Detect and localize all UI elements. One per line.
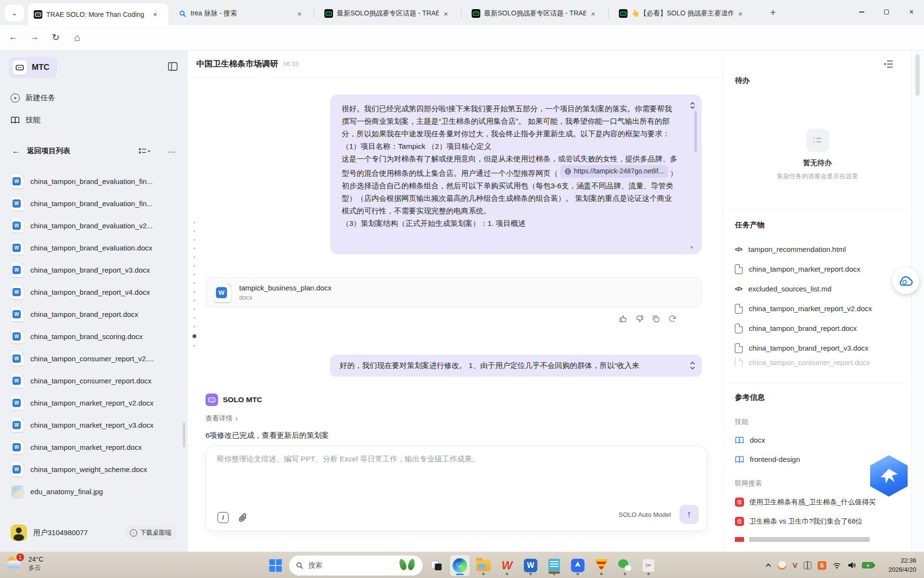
- forward-icon[interactable]: →: [30, 32, 39, 42]
- user-message-collapsed[interactable]: 好的，我们现在要对策划案进行修改。 1、由于用户定位几乎不会回购的群体，所以“收…: [330, 355, 702, 377]
- web-result-item[interactable]: 值 使用卫生棉条有感_卫生棉条_什么值得买: [735, 498, 905, 507]
- more-options-icon[interactable]: ⋯: [167, 147, 176, 157]
- file-item[interactable]: Wchina_tampon_brand_report_v4.docx: [0, 281, 188, 303]
- refresh-icon[interactable]: ↻: [52, 32, 60, 43]
- browser-tab-5[interactable]: 👆【必看】SOLO 挑战赛主赛道作 ×: [613, 4, 759, 23]
- volume-icon[interactable]: [847, 562, 856, 569]
- taskbar-wechat-button[interactable]: [615, 555, 635, 576]
- collapse-message-icon[interactable]: [689, 101, 696, 110]
- file-item[interactable]: Wchina_tampon_brand_report.docx: [0, 303, 188, 325]
- list-view-icon[interactable]: [139, 147, 151, 156]
- sidebar-item-skills[interactable]: 技能: [11, 115, 40, 125]
- tray-pet-icon[interactable]: [778, 561, 786, 570]
- sidebar-scrollbar[interactable]: [183, 422, 185, 447]
- back-icon[interactable]: ←: [9, 32, 18, 42]
- home-icon[interactable]: ⌂: [74, 32, 80, 43]
- taskbar-striped-app-button[interactable]: [591, 555, 612, 576]
- tab-close-icon[interactable]: ×: [589, 10, 597, 18]
- send-button[interactable]: ↑: [680, 505, 699, 524]
- web-result-item-clipped[interactable]: [735, 537, 905, 542]
- artifact-item[interactable]: china_tampon_market_report.docx: [735, 259, 903, 279]
- start-button[interactable]: [266, 555, 286, 576]
- sidebar-collapse-icon[interactable]: [167, 61, 180, 73]
- tab-close-icon[interactable]: ×: [295, 10, 304, 18]
- taskbar-snip-button[interactable]: ✂: [639, 555, 659, 576]
- browser-tab-3[interactable]: 最新SOLO挑战赛专区话题 - TRAE ×: [319, 4, 459, 23]
- taskbar-weather-widget[interactable]: 1 24°C 多云: [7, 554, 43, 573]
- taskbar-wps-button[interactable]: W: [497, 555, 517, 576]
- artifact-item[interactable]: china_tampon_consumer_report.docx: [735, 358, 903, 367]
- file-item[interactable]: Wchina_tampon_brand_report_v3.docx: [0, 259, 188, 281]
- file-item[interactable]: Wchina_tampon_market_report_v2.docx: [0, 392, 188, 414]
- file-item[interactable]: Wchina_tampon_consumer_report_v2....: [0, 347, 188, 369]
- model-selector[interactable]: SOLO Auto Model: [618, 511, 671, 518]
- page-scrollbar[interactable]: [911, 51, 924, 552]
- tray-grid-app-icon[interactable]: [804, 562, 811, 569]
- taskbar-clock[interactable]: 22:36 2026/4/20: [888, 556, 916, 575]
- tab-close-icon[interactable]: ×: [736, 10, 744, 18]
- view-details-link[interactable]: 查看详情 ›: [205, 414, 238, 423]
- file-item[interactable]: Wchina_tampon_brand_evaluation.docx: [0, 236, 188, 259]
- tab-close-icon[interactable]: ×: [151, 10, 159, 18]
- attachment-card[interactable]: W tampick_business_plan.docx docx: [205, 277, 702, 308]
- file-item[interactable]: Wchina_tampon_brand_evaluation_fin...: [0, 170, 188, 192]
- taskbar-notes-button[interactable]: [544, 555, 565, 576]
- tab-search-button[interactable]: ⌄: [5, 5, 24, 21]
- taskbar-explorer-button[interactable]: [474, 555, 494, 576]
- window-minimize-button[interactable]: [849, 0, 874, 24]
- wifi-icon[interactable]: [833, 562, 841, 569]
- tray-v-app-icon[interactable]: V: [793, 561, 797, 569]
- book-icon: [11, 116, 20, 124]
- artifact-item[interactable]: </>tampon_recommendation.html: [735, 239, 903, 259]
- thumbs-up-icon[interactable]: [619, 315, 628, 323]
- chat-input[interactable]: [217, 454, 688, 498]
- user-account-row[interactable]: 用户3104980077 ↓ 下载桌面端: [0, 519, 188, 546]
- copy-icon[interactable]: [652, 315, 660, 323]
- browser-tab-2[interactable]: trea 脉脉 - 搜索 ×: [172, 4, 313, 23]
- window-close-button[interactable]: ×: [899, 0, 924, 24]
- task-view-button[interactable]: [426, 555, 447, 576]
- attach-paperclip-icon[interactable]: [238, 512, 248, 523]
- bubble-scrollbar[interactable]: [694, 111, 697, 152]
- thumbs-down-icon[interactable]: [635, 315, 644, 323]
- artifact-item[interactable]: </>excluded_sources_list.md: [735, 279, 903, 299]
- browser-tab-4[interactable]: 最新SOLO挑战赛专区话题 - TRAE ×: [466, 4, 606, 23]
- battery-charging-icon[interactable]: [862, 562, 873, 568]
- artifact-item[interactable]: china_tampon_market_report_v2.docx: [735, 299, 903, 318]
- browser-tab-1[interactable]: TRAE SOLO: More Than Coding ×: [28, 3, 168, 25]
- skill-item[interactable]: docx: [735, 436, 765, 444]
- file-item[interactable]: Wchina_tampon_consumer_report.docx: [0, 369, 188, 392]
- message-timeline[interactable]: [192, 222, 197, 347]
- file-item[interactable]: Wchina_tampon_brand_evaluation_fin...: [0, 192, 188, 214]
- new-tab-button[interactable]: +: [770, 7, 776, 18]
- file-item[interactable]: Wchina_tampon_market_report.docx: [0, 436, 188, 458]
- taskbar-edge-button[interactable]: [450, 555, 470, 576]
- artifact-item[interactable]: china_tampon_brand_report_v3.docx: [735, 338, 903, 358]
- tray-s-app-icon[interactable]: S: [818, 561, 826, 570]
- expand-message-icon[interactable]: [689, 361, 696, 370]
- file-item[interactable]: Wchina_tampon_weight_scheme.docx: [0, 458, 188, 480]
- tab-close-icon[interactable]: ×: [442, 10, 450, 18]
- taskbar-search[interactable]: 搜索: [289, 555, 423, 576]
- web-result-item[interactable]: 值 卫生棉条 vs 卫生巾?我们集合了68位: [735, 517, 905, 526]
- sidebar-item-new-task[interactable]: + 新建任务: [11, 93, 55, 103]
- back-to-projects[interactable]: ← 返回项目列表: [12, 146, 70, 156]
- slash-command-icon[interactable]: /: [218, 512, 229, 523]
- file-item[interactable]: Wchina_tampon_brand_evaluation_v2...: [0, 214, 188, 236]
- panel-collapse-icon[interactable]: [883, 59, 894, 69]
- file-item[interactable]: Wchina_tampon_brand_scoring.docx: [0, 325, 188, 347]
- skill-item[interactable]: frontend-design: [735, 455, 800, 463]
- user-message-bubble[interactable]: 很好。我们已经完成第四部分啦!接下来我们要开始第五部分，一个项目的策划案的落实。…: [330, 94, 702, 254]
- download-desktop-button[interactable]: ↓ 下载桌面端: [124, 525, 177, 540]
- workspace-switcher[interactable]: MTC: [9, 57, 57, 78]
- tray-expand-icon[interactable]: [765, 563, 771, 567]
- taskbar-trae-button[interactable]: [568, 555, 588, 576]
- taskbar-word-button[interactable]: W: [521, 555, 541, 576]
- artifact-item[interactable]: china_tampon_brand_report.docx: [735, 318, 903, 338]
- cloud-assistant-widget[interactable]: [892, 267, 919, 294]
- regenerate-icon[interactable]: [668, 315, 677, 323]
- file-item[interactable]: Wchina_tampon_market_report_v3.docx: [0, 414, 188, 436]
- window-restore-button[interactable]: [874, 0, 899, 24]
- file-item[interactable]: edu_anatomy_final.jpg: [0, 480, 188, 502]
- tampick-link[interactable]: https://tampick-2487go.netlif...: [560, 165, 668, 178]
